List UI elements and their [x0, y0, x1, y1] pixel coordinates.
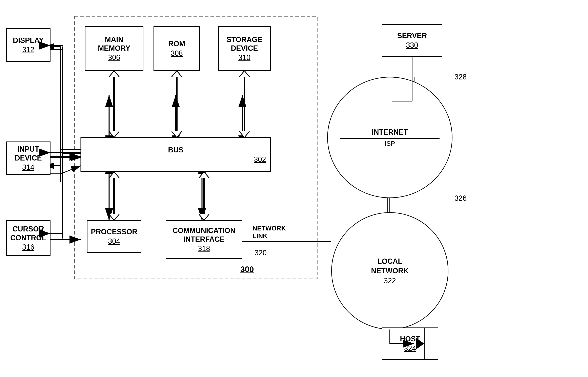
bus-label: BUS [168, 146, 183, 154]
processor-box: PROCESSOR 304 [87, 220, 141, 253]
internet-circle-num: 328 [454, 73, 467, 81]
diagram: BUS 302 [0, 0, 588, 377]
internet-isp-circle: INTERNET ISP [327, 77, 452, 198]
main-memory-num: 306 [108, 53, 120, 62]
isp-circle-num: 326 [454, 194, 467, 202]
comm-interface-box: COMMUNICATIONINTERFACE 318 [166, 220, 242, 259]
storage-device-label: STORAGEDEVICE [226, 35, 262, 53]
internet-label: INTERNET [372, 128, 408, 137]
input-device-num: 314 [22, 163, 34, 172]
rom-label: ROM [168, 39, 185, 48]
local-network-label: LOCALNETWORK [371, 257, 409, 276]
processor-label: PROCESSOR [91, 227, 137, 236]
server-num: 330 [406, 41, 418, 49]
display-num: 312 [22, 46, 34, 54]
storage-device-num: 310 [238, 53, 250, 62]
server-label: SERVER [397, 31, 427, 40]
local-network-circle: LOCALNETWORK 322 [331, 212, 448, 330]
storage-device-box: STORAGEDEVICE 310 [218, 26, 271, 71]
processor-num: 304 [108, 237, 120, 246]
comm-interface-label: COMMUNICATIONINTERFACE [172, 226, 235, 244]
bus-num: 302 [254, 155, 266, 164]
host-box: HOST 324 [382, 328, 438, 360]
network-link-label: NETWORKLINK [252, 224, 286, 240]
svg-line-20 [61, 166, 81, 174]
circle-divider [340, 138, 439, 139]
host-label: HOST [400, 335, 420, 343]
network-link-num: 320 [255, 249, 267, 257]
host-num: 324 [404, 344, 416, 353]
main-memory-box: MAINMEMORY 306 [85, 26, 143, 71]
system-num: 300 [240, 265, 254, 274]
main-memory-label: MAINMEMORY [98, 35, 130, 53]
server-box: SERVER 330 [382, 24, 442, 57]
cursor-control-num: 316 [22, 243, 34, 251]
display-box: DISPLAY 312 [6, 28, 50, 62]
comm-interface-num: 318 [198, 244, 210, 253]
input-device-label: INPUT DEVICE [7, 145, 50, 162]
rom-num: 308 [171, 49, 183, 58]
display-label: DISPLAY [13, 36, 44, 45]
cursor-control-label: CURSORCONTROL [10, 224, 46, 242]
rom-box: ROM 308 [154, 26, 200, 71]
input-device-box: INPUT DEVICE 314 [6, 141, 50, 175]
isp-label: ISP [384, 140, 395, 147]
cursor-control-box: CURSORCONTROL 316 [6, 220, 50, 256]
local-network-num: 322 [384, 277, 396, 285]
bus-box: BUS 302 [81, 138, 271, 172]
